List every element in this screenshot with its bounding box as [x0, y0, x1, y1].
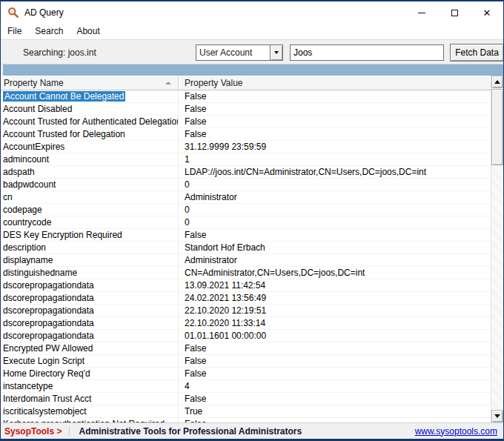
property-name-cell[interactable]: adspath	[1, 166, 179, 178]
scroll-up-button[interactable]	[491, 76, 503, 88]
property-value-cell[interactable]: 0	[179, 204, 492, 216]
property-name-cell[interactable]: admincount	[1, 153, 179, 165]
property-name-cell[interactable]: Account Cannot Be Delegated	[1, 90, 179, 102]
property-value-cell[interactable]: 4	[179, 380, 492, 392]
property-name-cell[interactable]: Interdomain Trust Acct	[1, 393, 179, 405]
fetch-data-button[interactable]: Fetch Data	[450, 44, 504, 62]
property-value-cell[interactable]: False	[179, 418, 492, 422]
property-value-cell[interactable]: True	[179, 405, 492, 417]
property-name-cell[interactable]: dscorepropagationdata	[1, 292, 179, 304]
scrollbar-thumb[interactable]	[491, 89, 503, 165]
table-row[interactable]: Account Trusted for Authenticated Delega…	[1, 116, 492, 128]
property-value-cell[interactable]: Standort Hof Erbach	[179, 242, 492, 253]
property-name-cell[interactable]: DES Key Encryption Required	[1, 229, 179, 241]
property-value-cell[interactable]: False	[179, 103, 492, 115]
vertical-scrollbar[interactable]	[491, 76, 503, 422]
table-row[interactable]: admincount1	[1, 153, 492, 166]
column-header-property-value[interactable]: Property Value	[179, 76, 492, 90]
table-row[interactable]: Account Trusted for DelegationFalse	[1, 128, 492, 141]
property-value-cell[interactable]: 0	[179, 179, 492, 190]
searching-domain-label: Searching: joos.int	[23, 47, 96, 58]
property-value-cell[interactable]: False	[179, 229, 492, 241]
property-name-cell[interactable]: distinguishedname	[1, 267, 179, 279]
maximize-button[interactable]	[438, 1, 471, 24]
property-value-cell[interactable]: False	[179, 90, 492, 102]
property-value-cell[interactable]: 01.01.1601 00:00:00	[179, 330, 492, 342]
property-name-cell[interactable]: badpwdcount	[1, 179, 179, 190]
property-name-cell[interactable]: Account Disabled	[1, 103, 179, 115]
minimize-icon	[418, 13, 425, 13]
property-value-cell[interactable]: False	[179, 393, 492, 405]
property-name-cell[interactable]: countrycode	[1, 216, 179, 228]
table-row[interactable]: Home Directory Req'dFalse	[1, 368, 492, 380]
property-value-cell[interactable]: False	[179, 116, 492, 127]
table-row[interactable]: dscorepropagationdata22.10.2020 12:19:51	[1, 305, 492, 317]
property-value-cell[interactable]: 22.10.2020 12:19:51	[179, 305, 492, 316]
property-value-cell[interactable]: 1	[179, 153, 492, 165]
minimize-button[interactable]	[405, 1, 438, 24]
table-row[interactable]: adspathLDAP://joos.int/CN=Administrator,…	[1, 166, 492, 179]
table-row[interactable]: AccountExpires31.12.9999 23:59:59	[1, 141, 492, 153]
property-value-cell[interactable]: False	[179, 128, 492, 140]
property-value-cell[interactable]: Administrator	[179, 254, 492, 266]
menu-about[interactable]: About	[70, 24, 106, 39]
table-row[interactable]: descriptionStandort Hof Erbach	[1, 242, 492, 254]
table-row[interactable]: Interdomain Trust AcctFalse	[1, 393, 492, 405]
table-row[interactable]: countrycode0	[1, 216, 492, 229]
property-value-cell[interactable]: 22.10.2020 11:33:14	[179, 317, 492, 329]
table-row[interactable]: dscorepropagationdata01.01.1601 00:00:00	[1, 330, 492, 342]
combo-dropdown-button[interactable]	[270, 45, 282, 60]
table-row[interactable]: codepage0	[1, 204, 492, 216]
column-header-property-name[interactable]: Property Name	[1, 76, 179, 90]
property-value-cell[interactable]: False	[179, 355, 492, 367]
scroll-down-button[interactable]	[491, 410, 503, 422]
menu-file[interactable]: File	[7, 24, 28, 39]
table-row[interactable]: iscriticalsystemobjectTrue	[1, 405, 492, 418]
property-name-cell[interactable]: dscorepropagationdata	[1, 279, 179, 291]
query-type-select[interactable]: User Account	[196, 44, 283, 61]
property-name-cell[interactable]: description	[1, 242, 179, 253]
property-value-cell[interactable]: LDAP://joos.int/CN=Administrator,CN=User…	[179, 166, 492, 178]
property-name-cell[interactable]: Account Trusted for Delegation	[1, 128, 179, 140]
table-row[interactable]: cnAdministrator	[1, 191, 492, 204]
property-value-cell[interactable]: False	[179, 368, 492, 379]
table-row[interactable]: Kerberos preauthentication Not RequiredF…	[1, 418, 492, 422]
menu-search[interactable]: Search	[28, 24, 70, 39]
table-row[interactable]: badpwdcount0	[1, 179, 492, 191]
property-value-cell[interactable]: CN=Administrator,CN=Users,DC=joos,DC=int	[179, 267, 492, 279]
table-row[interactable]: DES Key Encryption RequiredFalse	[1, 229, 492, 242]
property-name-cell[interactable]: displayname	[1, 254, 179, 266]
property-name-cell[interactable]: AccountExpires	[1, 141, 179, 153]
property-value-cell[interactable]: False	[179, 342, 492, 354]
property-name-cell[interactable]: Encrypted PW Allowed	[1, 342, 179, 354]
property-name-cell[interactable]: Home Directory Req'd	[1, 368, 179, 379]
property-name-cell[interactable]: Execute Login Script	[1, 355, 179, 367]
property-name-cell[interactable]: cn	[1, 191, 179, 203]
property-value-cell[interactable]: 13.09.2021 11:42:54	[179, 279, 492, 291]
property-name-cell[interactable]: dscorepropagationdata	[1, 305, 179, 316]
table-row[interactable]: Execute Login ScriptFalse	[1, 355, 492, 368]
close-button[interactable]: ✕	[471, 1, 503, 24]
property-value-cell[interactable]: 0	[179, 216, 492, 228]
table-row[interactable]: dscorepropagationdata22.10.2020 11:33:14	[1, 317, 492, 330]
property-name-cell[interactable]: dscorepropagationdata	[1, 330, 179, 342]
property-name-cell[interactable]: iscriticalsystemobject	[1, 405, 179, 417]
property-name-cell[interactable]: instancetype	[1, 380, 179, 392]
property-value-cell[interactable]: Administrator	[179, 191, 492, 203]
table-row[interactable]: distinguishednameCN=Administrator,CN=Use…	[1, 267, 492, 279]
property-value-cell[interactable]: 24.02.2021 13:56:49	[179, 292, 492, 304]
table-row[interactable]: Account DisabledFalse	[1, 103, 492, 116]
search-input[interactable]	[290, 44, 444, 61]
table-row[interactable]: dscorepropagationdata24.02.2021 13:56:49	[1, 292, 492, 305]
property-name-cell[interactable]: dscorepropagationdata	[1, 317, 179, 329]
table-row[interactable]: displaynameAdministrator	[1, 254, 492, 267]
property-name-cell[interactable]: Account Trusted for Authenticated Delega…	[1, 116, 179, 127]
table-row[interactable]: dscorepropagationdata13.09.2021 11:42:54	[1, 279, 492, 292]
property-value-cell[interactable]: 31.12.9999 23:59:59	[179, 141, 492, 153]
table-row[interactable]: instancetype4	[1, 380, 492, 393]
property-name-cell[interactable]: codepage	[1, 204, 179, 216]
website-link[interactable]: www.sysoptools.com	[415, 426, 503, 437]
property-name-cell[interactable]: Kerberos preauthentication Not Required	[1, 418, 179, 422]
table-row[interactable]: Account Cannot Be DelegatedFalse	[1, 90, 492, 103]
table-row[interactable]: Encrypted PW AllowedFalse	[1, 342, 492, 355]
